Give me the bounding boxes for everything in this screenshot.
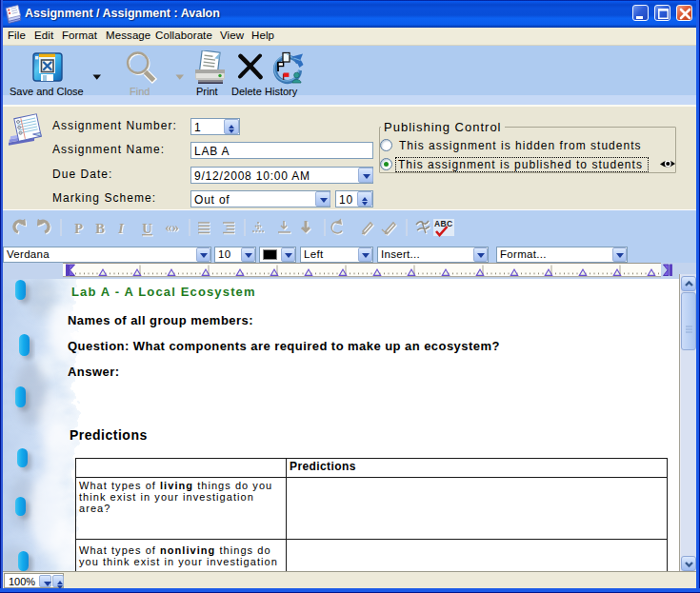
- svg-text:ABC: ABC: [434, 219, 452, 228]
- svg-text:I: I: [117, 221, 125, 236]
- svg-text:P: P: [74, 221, 83, 236]
- svg-text:«»: «»: [165, 220, 179, 235]
- svg-text:U: U: [142, 221, 152, 236]
- svg-text:B: B: [95, 221, 105, 236]
